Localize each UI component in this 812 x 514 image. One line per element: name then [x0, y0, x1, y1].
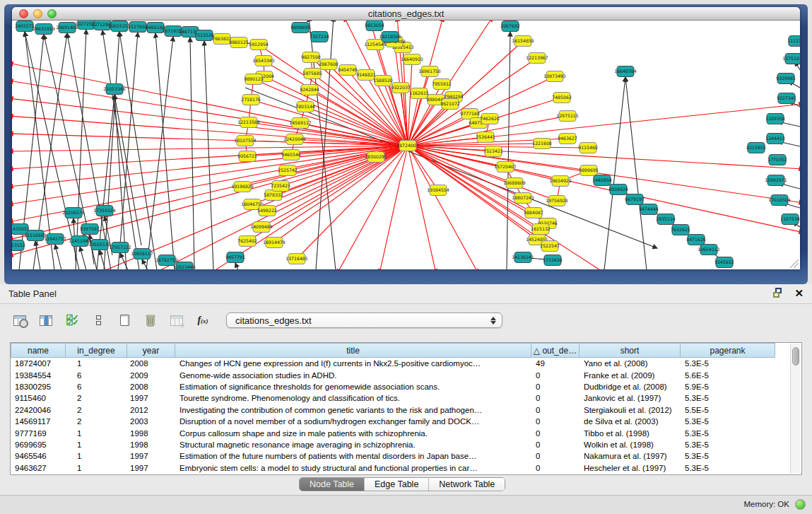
network-node[interactable]: 16648784: [614, 66, 637, 77]
close-panel-icon[interactable]: ✕: [794, 288, 804, 298]
network-node[interactable]: 9699695: [290, 23, 310, 33]
table-cell[interactable]: Estimation of the future numbers of pati…: [175, 452, 531, 460]
table-cell[interactable]: 1: [66, 452, 127, 460]
network-node-selected[interactable]: 22420046: [283, 134, 306, 145]
network-node[interactable]: 1440954: [592, 175, 612, 186]
network-node[interactable]: 21053346: [103, 84, 126, 95]
network-node-selected[interactable]: 2867608: [319, 59, 339, 70]
network-node-selected[interactable]: 7625402: [237, 236, 257, 247]
table-row[interactable]: 946554611997Estimation of the future num…: [11, 450, 801, 462]
table-cell[interactable]: 1997: [127, 452, 175, 460]
network-node[interactable]: 9245652: [714, 257, 734, 268]
table-cell[interactable]: 2008: [127, 382, 175, 391]
network-graph[interactable]: 7663822986012559129541654334323420049890…: [12, 21, 800, 269]
table-cell[interactable]: 0: [531, 417, 579, 426]
network-node-selected[interactable]: 9322037: [391, 83, 411, 93]
network-node[interactable]: 9313153: [12, 240, 25, 251]
network-node-selected[interactable]: 15720407: [494, 162, 517, 173]
graph-edge[interactable]: [35, 241, 40, 269]
network-node[interactable]: 9397587: [80, 224, 100, 235]
network-node[interactable]: 2935114: [656, 214, 676, 225]
network-node-selected[interactable]: 2536441: [476, 132, 495, 143]
column-header-in_degree[interactable]: in_degree: [66, 343, 127, 358]
table-cell[interactable]: Structural magnetic resonance image aver…: [175, 440, 531, 449]
network-node[interactable]: 15992971: [765, 175, 787, 186]
table-cell[interactable]: Dudbridge et al. (2008): [579, 382, 681, 391]
network-node-selected[interactable]: 9115460: [578, 143, 598, 153]
network-node-selected[interactable]: 18807243: [512, 193, 534, 204]
table-cell[interactable]: 2: [66, 417, 127, 426]
network-node[interactable]: 1770352: [767, 155, 787, 165]
table-cell[interactable]: 22420046: [11, 406, 66, 414]
table-cell[interactable]: 0: [531, 382, 579, 391]
network-node[interactable]: 2087682: [500, 21, 520, 32]
column-header-pagerank[interactable]: pagerank: [681, 343, 775, 358]
network-node[interactable]: 14136141: [512, 252, 534, 263]
network-node-selected[interactable]: 12975115: [556, 111, 579, 122]
network-node-selected[interactable]: 16914479: [263, 238, 286, 248]
network-node[interactable]: 8813054: [365, 21, 384, 31]
network-node[interactable]: 24631919: [33, 24, 55, 35]
network-node[interactable]: 1209358: [765, 114, 785, 124]
network-node[interactable]: 15751074: [782, 54, 800, 64]
network-node[interactable]: 6679197: [625, 194, 645, 205]
network-node-selected[interactable]: 5975685: [302, 69, 322, 79]
delete-table-button[interactable]: [141, 310, 160, 331]
network-node-selected[interactable]: 7803144: [295, 102, 315, 112]
table-cell[interactable]: 1997: [127, 464, 175, 472]
function-builder-button[interactable]: f(x): [193, 310, 213, 331]
table-cell[interactable]: 9115460: [11, 394, 66, 402]
table-cell[interactable]: Wolkin et al. (1998): [579, 440, 681, 449]
network-node-selected[interactable]: 2718176: [241, 95, 261, 105]
table-cell[interactable]: 6: [66, 371, 127, 380]
network-node-selected[interactable]: 9899695: [579, 165, 599, 176]
network-node-selected[interactable]: 9827508: [301, 52, 321, 63]
network-node-selected[interactable]: 7235423: [271, 181, 290, 192]
network-canvas[interactable]: 7663822986012559129541654334323420049890…: [12, 21, 800, 269]
table-cell[interactable]: 19384554: [11, 371, 66, 380]
zoom-window-icon[interactable]: [47, 9, 57, 18]
table-cell[interactable]: 9465546: [11, 452, 66, 460]
network-node-selected[interactable]: 7955812: [432, 79, 452, 90]
network-node-selected[interactable]: 1588520: [373, 76, 393, 86]
table-row[interactable]: 2242004622012Investigating the contribut…: [11, 404, 801, 416]
network-node-selected[interactable]: 19384554: [427, 185, 449, 196]
table-cell[interactable]: 1997: [127, 394, 175, 402]
network-node[interactable]: 17359324: [93, 206, 116, 216]
network-node[interactable]: 8215955: [746, 143, 766, 153]
column-header-name[interactable]: name: [11, 343, 66, 358]
table-cell[interactable]: Investigating the contribution of common…: [175, 406, 531, 414]
graph-edge[interactable]: [155, 33, 175, 269]
table-row[interactable]: 946362711997Embryonic stem cells: a mode…: [11, 462, 801, 474]
network-node[interactable]: 7632621: [671, 225, 690, 235]
table-row[interactable]: 969969511998Structural magnetic resonanc…: [11, 439, 801, 450]
table-cell[interactable]: Embryonic stem cells: a model to study s…: [175, 464, 531, 472]
network-node-selected[interactable]: 13716485: [286, 254, 308, 264]
network-node-selected[interactable]: 10688609: [503, 178, 526, 189]
table-row[interactable]: 1456911722003Disruption of a novel membe…: [11, 416, 801, 427]
graph-edge[interactable]: [625, 77, 647, 269]
network-node[interactable]: 11451944: [69, 236, 91, 247]
network-node[interactable]: 1112304: [787, 36, 800, 47]
table-cell[interactable]: Jankovic et al. (1997): [579, 394, 681, 402]
network-node-selected[interactable]: 14099489: [250, 222, 273, 233]
network-node-selected[interactable]: 1615132: [531, 224, 551, 235]
network-node-selected[interactable]: 2522547: [540, 241, 560, 252]
network-node[interactable]: 7515526: [194, 30, 214, 41]
table-row[interactable]: 1938455462009Genome-wide association stu…: [11, 369, 801, 380]
network-node-selected[interactable]: 9056721: [237, 151, 257, 162]
table-cell[interactable]: 9699695: [11, 440, 66, 449]
table-cell[interactable]: 5.6E-5: [681, 371, 775, 380]
network-node-selected[interactable]: 16961758: [418, 66, 441, 77]
minimize-window-icon[interactable]: [33, 9, 42, 18]
network-node-selected[interactable]: 5498222: [257, 206, 277, 216]
graph-edge[interactable]: [104, 32, 119, 269]
table-cell[interactable]: 2008: [127, 359, 175, 368]
network-node[interactable]: 7357224: [310, 32, 329, 42]
graph-edge[interactable]: [80, 247, 86, 269]
network-node-selected[interactable]: 1221608: [532, 139, 552, 149]
network-node[interactable]: 17957222: [109, 243, 131, 253]
network-node-selected[interactable]: 19196829: [231, 182, 254, 192]
graph-edge[interactable]: [408, 93, 419, 146]
network-node-selected[interactable]: 7485063: [552, 93, 572, 103]
